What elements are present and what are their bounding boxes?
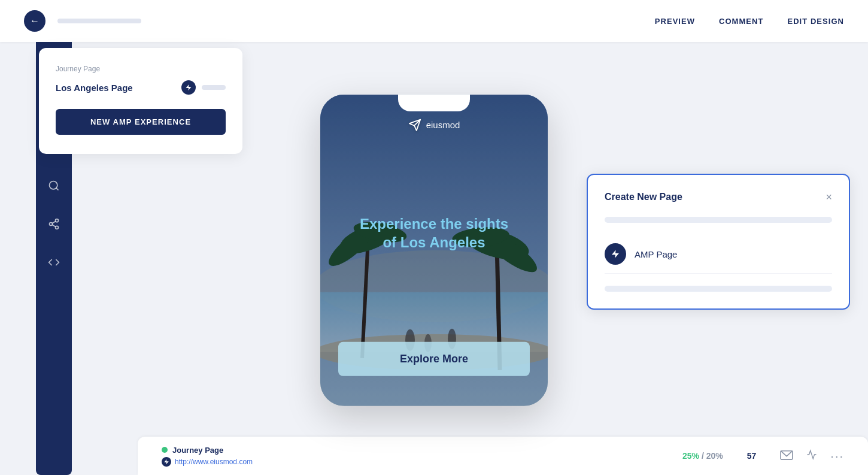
svg-marker-28	[612, 250, 619, 258]
status-dot	[162, 447, 168, 453]
new-amp-experience-button[interactable]: NEW AMP EXPERIENCE	[56, 109, 226, 135]
status-amp-icon	[162, 457, 171, 467]
svg-line-10	[52, 221, 56, 223]
journey-card-dots	[202, 85, 226, 90]
phone-cta-button[interactable]: Explore More	[338, 341, 530, 376]
amp-page-option[interactable]: AMP Page	[605, 235, 832, 274]
phone-background: eiusmod Experience the sights of Los Ang…	[320, 94, 548, 406]
phone-scene: eiusmod Experience the sights of Los Ang…	[320, 94, 548, 406]
status-url-text: http://www.eiusmod.com	[175, 458, 253, 466]
status-url[interactable]: http://www.eiusmod.com	[162, 457, 281, 467]
status-percent-green: 25%	[682, 451, 699, 461]
preview-link[interactable]: PREVIEW	[655, 17, 695, 26]
status-bar: Journey Page http://www.eiusmod.com 25% …	[138, 437, 868, 475]
edit-design-link[interactable]: EDIT DESIGN	[787, 17, 844, 26]
status-page-name-text: Journey Page	[172, 446, 223, 455]
svg-point-4	[50, 181, 57, 189]
top-nav-right: PREVIEW COMMENT EDIT DESIGN	[655, 17, 844, 26]
email-icon[interactable]	[780, 449, 793, 463]
more-options-icon[interactable]: ···	[830, 449, 844, 463]
svg-marker-11	[186, 84, 192, 90]
svg-point-8	[56, 226, 59, 229]
status-percent-divider: /	[702, 451, 706, 461]
journey-page-card: Journey Page Los Angeles Page NEW AMP EX…	[39, 48, 242, 154]
create-page-panel: Create New Page × AMP Page	[587, 174, 850, 310]
sidebar-item-share[interactable]	[43, 213, 65, 235]
sidebar-item-code[interactable]	[43, 252, 65, 273]
phone-brand-icon	[408, 118, 421, 131]
status-page-name: Journey Page	[162, 446, 281, 455]
status-metrics: 25% / 20% 57 ···	[682, 449, 844, 463]
status-actions: ···	[780, 449, 844, 463]
phone-headline: Experience the sights of Los Angeles	[338, 214, 530, 251]
amp-option-label: AMP Page	[635, 249, 677, 259]
analytics-icon[interactable]	[805, 449, 818, 463]
breadcrumb	[57, 19, 141, 23]
sidebar-item-search[interactable]	[43, 175, 65, 196]
phone-main-content: Experience the sights of Los Angeles	[320, 214, 548, 251]
phone-headline-highlight: of Los Angeles	[383, 234, 485, 250]
close-panel-button[interactable]: ×	[825, 192, 832, 202]
back-icon: ←	[30, 16, 40, 26]
svg-line-5	[56, 188, 59, 190]
phone-brand-name: eiusmod	[426, 120, 460, 130]
phone-cta-text: Explore More	[400, 352, 468, 364]
svg-marker-29	[164, 459, 169, 464]
status-percent: 25% / 20%	[682, 451, 723, 461]
svg-point-6	[56, 219, 59, 222]
status-count: 57	[747, 451, 757, 461]
phone-frame: eiusmod Experience the sights of Los Ang…	[320, 94, 548, 406]
create-page-title: Create New Page	[605, 192, 682, 202]
back-button[interactable]: ←	[24, 10, 45, 32]
amp-badge	[181, 80, 196, 95]
phone-brand-header: eiusmod	[320, 118, 548, 131]
top-navigation: ← PREVIEW COMMENT EDIT DESIGN	[0, 0, 868, 42]
create-page-extra	[605, 286, 832, 292]
status-percent-gray: 20%	[706, 451, 723, 461]
journey-card-title: Los Angeles Page	[56, 83, 175, 93]
create-page-search-bar[interactable]	[605, 217, 832, 223]
phone-notch	[398, 94, 470, 111]
create-page-header: Create New Page ×	[605, 192, 832, 202]
phone-preview-wrapper: eiusmod Experience the sights of Los Ang…	[320, 94, 548, 406]
svg-line-9	[52, 225, 56, 226]
phone-headline-text: Experience the sights	[360, 215, 508, 231]
top-nav-left: ←	[24, 10, 141, 32]
amp-option-icon	[605, 243, 626, 265]
svg-point-7	[50, 223, 53, 226]
comment-link[interactable]: COMMENT	[719, 17, 763, 26]
journey-card-row: Los Angeles Page	[56, 80, 226, 95]
status-page-info: Journey Page http://www.eiusmod.com	[162, 446, 281, 467]
journey-card-label: Journey Page	[56, 65, 226, 73]
